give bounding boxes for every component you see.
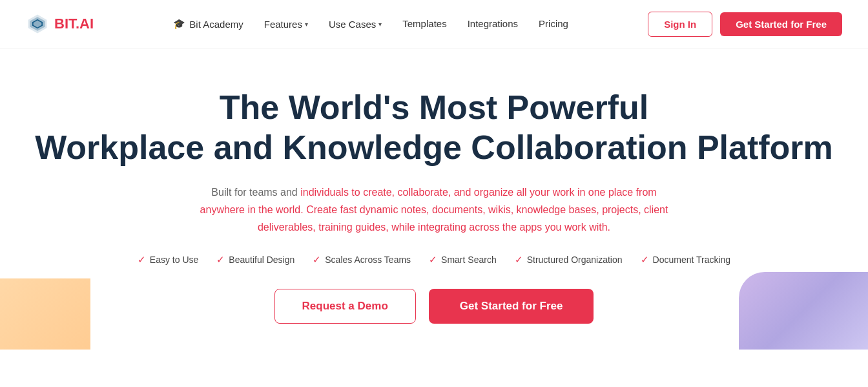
signin-button[interactable]: Sign In	[648, 12, 712, 37]
get-started-nav-button[interactable]: Get Started for Free	[720, 12, 842, 36]
logo[interactable]: BIT.AI	[26, 12, 94, 36]
use-cases-chevron-icon: ▾	[378, 21, 382, 28]
check-icon-3: ✓	[313, 254, 321, 266]
logo-text: BIT.AI	[54, 16, 94, 32]
check-icon-4: ✓	[429, 254, 437, 266]
feature-beautiful-design: ✓ Beautiful Design	[216, 254, 294, 266]
nav-links: 🎓 Bit Academy Features ▾ Use Cases ▾ Tem…	[173, 18, 568, 30]
check-icon-5: ✓	[515, 254, 523, 266]
nav-integrations[interactable]: Integrations	[468, 18, 518, 29]
check-icon-2: ✓	[216, 254, 225, 266]
hero-actions: Request a Demo Get Started for Free	[26, 289, 842, 324]
nav-actions: Sign In Get Started for Free	[648, 12, 842, 37]
hero-link[interactable]: individuals to create, collaborate, and …	[200, 187, 668, 233]
feature-smart-search: ✓ Smart Search	[429, 254, 497, 266]
nav-features[interactable]: Features ▾	[264, 19, 308, 30]
feature-easy-to-use: ✓ Easy to Use	[138, 254, 198, 266]
deco-rect-right	[739, 272, 868, 350]
hero-description: Built for teams and individuals to creat…	[195, 183, 673, 236]
nav-academy[interactable]: 🎓 Bit Academy	[173, 18, 243, 30]
nav-templates[interactable]: Templates	[402, 18, 446, 29]
feature-structured-organization: ✓ Structured Organization	[515, 254, 623, 266]
features-chevron-icon: ▾	[305, 21, 308, 28]
navbar: BIT.AI 🎓 Bit Academy Features ▾ Use Case…	[0, 0, 868, 48]
deco-bottom-left	[0, 278, 90, 350]
nav-pricing[interactable]: Pricing	[539, 18, 568, 29]
nav-use-cases[interactable]: Use Cases ▾	[329, 19, 382, 30]
hero-section: The World's Most Powerful Workplace and …	[0, 48, 868, 350]
check-icon-6: ✓	[641, 254, 649, 266]
check-icon-1: ✓	[138, 254, 146, 266]
features-list: ✓ Easy to Use ✓ Beautiful Design ✓ Scale…	[26, 254, 842, 266]
academy-icon: 🎓	[173, 18, 185, 30]
get-started-cta-button[interactable]: Get Started for Free	[429, 289, 594, 324]
deco-circle	[0, 278, 90, 350]
feature-scales-across-teams: ✓ Scales Across Teams	[313, 254, 411, 266]
deco-bottom-right	[739, 272, 868, 350]
request-demo-button[interactable]: Request a Demo	[274, 289, 416, 324]
logo-icon	[26, 12, 49, 36]
hero-heading: The World's Most Powerful Workplace and …	[26, 87, 842, 168]
feature-document-tracking: ✓ Document Tracking	[641, 254, 731, 266]
